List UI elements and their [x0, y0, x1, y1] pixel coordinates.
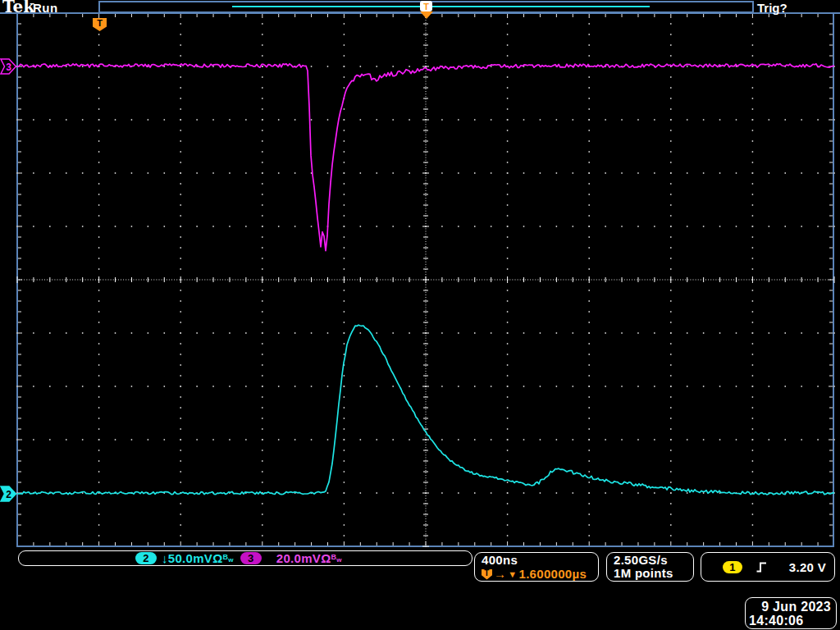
acquisition-readout[interactable]: 2.50GS/s 1M points	[606, 552, 694, 582]
trigger-readout[interactable]: 1 3.20 V	[701, 552, 835, 582]
svg-text:2: 2	[6, 489, 11, 500]
ch2-level-marker[interactable]: 2	[1, 486, 16, 501]
timebase-readout[interactable]: 400ns T → ▼ 1.600000µs	[474, 552, 599, 582]
datetime-box: 9 Jun 2023 14:40:06	[745, 597, 837, 629]
svg-text:T: T	[97, 18, 103, 28]
oscilloscope-screen: 32T Tek Run Trig? T 2 ↓50.0mVΩBw 3 20.0m…	[0, 0, 840, 630]
ch3-badge[interactable]: 3	[240, 552, 262, 564]
trigger-point-flag[interactable]: T	[93, 18, 107, 31]
time-label: 14:40:06	[746, 614, 836, 628]
trigger-status: Trig?	[757, 1, 788, 15]
ch2-invert-arrow-icon: ↓	[162, 551, 168, 565]
delay-marker-icon: ▼	[508, 568, 517, 581]
ch2-badge[interactable]: 2	[135, 552, 157, 564]
record-length: 1M points	[614, 567, 693, 580]
timebase-scale: 400ns	[482, 554, 598, 567]
svg-text:3: 3	[6, 62, 11, 73]
date-label: 9 Jun 2023	[746, 600, 836, 614]
ch3-scale-readout[interactable]: 20.0mVΩBw	[276, 551, 342, 565]
graticule-and-waveforms: 32T	[0, 0, 840, 630]
expansion-point-triangle-icon[interactable]	[420, 11, 433, 19]
rising-edge-icon	[756, 561, 768, 573]
trigger-level: 3.20 V	[789, 560, 826, 574]
channel-readouts[interactable]: 2 ↓50.0mVΩBw 3 20.0mVΩBw	[18, 550, 472, 566]
ch3-level-marker[interactable]: 3	[1, 59, 16, 74]
arrow-right-icon: →	[494, 568, 506, 581]
tek-logo: Tek	[2, 0, 34, 16]
trigger-delay-readout: T → ▼ 1.600000µs	[482, 568, 598, 581]
ch2-scale-readout[interactable]: ↓50.0mVΩBw	[162, 551, 234, 565]
delay-value: 1.600000µs	[519, 568, 587, 581]
trigger-position-tag[interactable]: T	[420, 1, 432, 11]
trigger-t-icon: T	[482, 569, 492, 580]
acquisition-status: Run	[33, 1, 58, 15]
trigger-source-badge: 1	[723, 561, 742, 573]
sample-rate: 2.50GS/s	[614, 554, 693, 567]
record-waveform-preview	[232, 6, 650, 7]
